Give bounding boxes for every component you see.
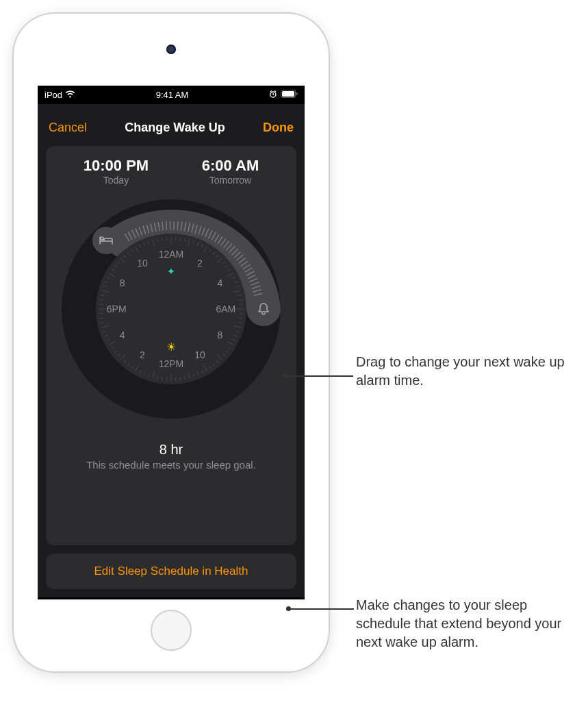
nav-bar: Cancel Change Wake Up Done	[38, 104, 305, 146]
alarm-icon	[269, 90, 277, 100]
callout-edit-schedule: Make changes to your sleep schedule that…	[356, 596, 582, 652]
clock-8: 8	[217, 330, 222, 340]
clock-12pm: 12PM	[159, 358, 184, 369]
status-bar: iPod 9:41 AM	[38, 86, 305, 104]
status-left: iPod	[44, 90, 75, 100]
sun-icon: ☀	[166, 340, 176, 353]
clock-10: 10	[194, 349, 205, 360]
bell-icon	[258, 303, 269, 315]
summary: 8 hr This schedule meets your sleep goal…	[57, 442, 285, 471]
wakeup-handle[interactable]	[250, 295, 277, 323]
callout-line	[285, 375, 353, 377]
clock-10b: 10	[137, 258, 148, 269]
clock-6am: 6AM	[216, 303, 235, 314]
carrier-label: iPod	[44, 90, 62, 100]
done-button[interactable]: Done	[263, 121, 294, 135]
wakeup-block: 6:00 AM Tomorrow	[202, 157, 259, 186]
screen: iPod 9:41 AM Cancel	[38, 86, 305, 599]
clock-12am: 12AM	[159, 249, 184, 260]
page-title: Change Wake Up	[125, 121, 225, 135]
bedtime-label: Today	[84, 175, 149, 186]
callout-line	[289, 608, 354, 610]
status-right	[269, 90, 298, 100]
battery-icon	[281, 90, 298, 100]
svg-rect-3	[296, 92, 298, 95]
edit-schedule-button[interactable]: Edit Sleep Schedule in Health	[46, 554, 296, 589]
svg-rect-2	[282, 91, 294, 97]
wakeup-label: Tomorrow	[202, 175, 259, 186]
summary-hours: 8 hr	[57, 442, 285, 458]
clock-2b: 2	[140, 349, 145, 360]
callout-wakeup-handle: Drag to change your next wake up alarm t…	[356, 353, 582, 390]
wifi-icon	[65, 90, 75, 100]
bedtime-value: 10:00 PM	[84, 157, 149, 175]
clock-face: 12AM 2 4 6AM 8 10 12PM 2 4 6PM 8 10	[99, 237, 243, 381]
app-content: Cancel Change Wake Up Done 10:00 PM Toda…	[38, 104, 305, 597]
clock-2: 2	[197, 258, 203, 269]
sleep-dial[interactable]: 12AM 2 4 6AM 8 10 12PM 2 4 6PM 8 10	[62, 199, 281, 419]
camera	[166, 45, 176, 54]
times-row: 10:00 PM Today 6:00 AM Tomorrow	[57, 157, 285, 186]
stars-icon: ✦	[167, 266, 175, 277]
cancel-button[interactable]: Cancel	[49, 121, 87, 135]
bedtime-block: 10:00 PM Today	[84, 157, 149, 186]
clock-8b: 8	[120, 277, 125, 288]
device-bezel: iPod 9:41 AM Cancel	[17, 17, 325, 668]
schedule-card: 10:00 PM Today 6:00 AM Tomorrow	[46, 146, 296, 545]
home-button[interactable]	[151, 610, 192, 651]
status-time: 9:41 AM	[156, 90, 189, 100]
summary-text: This schedule meets your sleep goal.	[57, 459, 285, 471]
clock-6pm: 6PM	[107, 303, 127, 314]
clock-4b: 4	[120, 330, 125, 340]
clock-4: 4	[217, 277, 222, 288]
wakeup-value: 6:00 AM	[202, 157, 259, 175]
device-frame: iPod 9:41 AM Cancel	[14, 14, 329, 671]
